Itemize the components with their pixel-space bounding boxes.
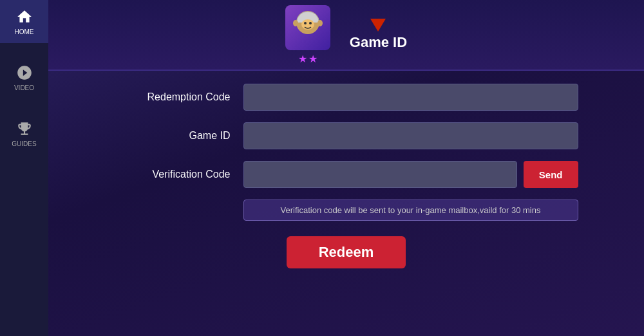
verification-code-row: Verification Code Send <box>115 161 578 188</box>
game-id-header-label: Game ID <box>350 34 407 51</box>
header-content: ★ ★ Game ID <box>285 5 407 65</box>
video-icon <box>15 64 33 82</box>
game-id-row: Game ID <box>115 122 578 149</box>
character-icon <box>289 8 327 47</box>
header: ★ ★ Game ID <box>48 0 644 71</box>
star-2: ★ <box>308 53 317 65</box>
svg-point-4 <box>293 20 298 26</box>
notice-box: Verification code will be sent to your i… <box>243 200 578 221</box>
verification-code-input[interactable] <box>243 161 517 188</box>
arrow-down-icon <box>370 19 386 32</box>
avatar-container: ★ ★ <box>285 5 330 65</box>
sidebar-item-video[interactable]: VIDEO <box>0 56 48 99</box>
form-area: Redemption Code Game ID Verification Cod… <box>48 71 644 336</box>
notice-wrapper: Verification code will be sent to your i… <box>115 200 578 221</box>
svg-point-3 <box>309 22 312 24</box>
redemption-code-label: Redemption Code <box>115 91 243 103</box>
sidebar-label-video: VIDEO <box>14 84 34 91</box>
home-icon <box>15 8 33 26</box>
game-id-input[interactable] <box>243 122 578 149</box>
game-id-label: Game ID <box>115 130 243 142</box>
redemption-code-row: Redemption Code <box>115 84 578 111</box>
notice-spacer <box>115 200 243 221</box>
verification-code-label: Verification Code <box>115 169 243 180</box>
sidebar-item-guides[interactable]: GUIDES <box>0 112 48 155</box>
sidebar-label-guides: GUIDES <box>12 140 36 147</box>
main-content: ★ ★ Game ID Redemption Code Game ID Veri… <box>48 0 644 336</box>
sidebar-label-home: HOME <box>15 28 34 35</box>
star-1: ★ <box>298 53 307 65</box>
svg-point-2 <box>304 22 307 24</box>
redemption-code-input[interactable] <box>243 84 578 111</box>
redeem-button[interactable]: Redeem <box>287 236 406 268</box>
sidebar: HOME VIDEO GUIDES <box>0 0 48 336</box>
verification-input-group: Send <box>243 161 578 188</box>
trophy-icon <box>15 120 33 138</box>
svg-point-5 <box>317 20 323 26</box>
stars-row: ★ ★ <box>298 53 317 65</box>
game-id-section: Game ID <box>350 19 407 51</box>
sidebar-item-home[interactable]: HOME <box>0 0 48 43</box>
avatar <box>285 5 330 50</box>
send-button[interactable]: Send <box>524 161 578 188</box>
